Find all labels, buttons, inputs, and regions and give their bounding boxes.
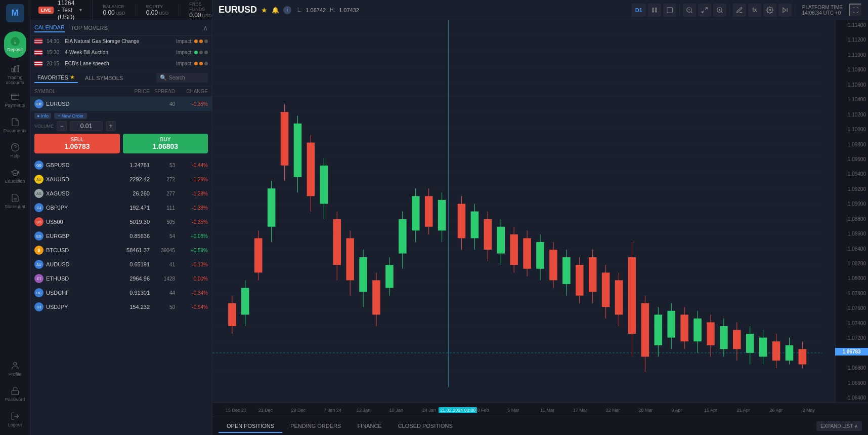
- buy-button[interactable]: BUY 1.06803: [123, 134, 208, 153]
- symbol-row-us500[interactable]: US US500 5019.30 505 -0.35%: [30, 215, 212, 229]
- svg-rect-77: [359, 257, 367, 292]
- sidebar-item-help[interactable]: Help: [2, 139, 28, 162]
- zoom-fit-button[interactable]: [698, 4, 711, 17]
- us-flag-icon: [34, 38, 42, 44]
- draw-pen-button[interactable]: [733, 4, 746, 17]
- symbol-row-audusd[interactable]: AU AUDUSD 0.65191 41 -0.13%: [30, 257, 212, 271]
- chart-candles-button[interactable]: [648, 4, 661, 17]
- zoom-out-button[interactable]: [683, 4, 696, 17]
- eurusd-icon: EU: [34, 99, 44, 108]
- svg-rect-121: [655, 314, 663, 345]
- event-time-1: 15:30: [47, 50, 61, 55]
- symbol-row-xagusd[interactable]: AG XAGUSD 26.260 277 -1.28%: [30, 186, 212, 201]
- impact-dot-1: [194, 51, 198, 54]
- eurgbp-spread: 54: [150, 233, 175, 239]
- sidebar-item-logout[interactable]: Logout: [2, 408, 28, 431]
- svg-rect-133: [733, 330, 741, 349]
- gbpjpy-name: GBPJPY: [46, 205, 68, 211]
- eurusd-trade-widget: ● Info + New Order VOLUME − + SELL 1.067…: [30, 111, 212, 157]
- svg-rect-105: [549, 250, 557, 280]
- account-chevron-icon[interactable]: ▾: [79, 7, 82, 13]
- event-name-2: ECB's Lane speech: [65, 61, 172, 66]
- forward-button[interactable]: [778, 4, 792, 17]
- symbol-row-gbpusd[interactable]: GB GBPUSD 1.24781 53 -0.44%: [30, 158, 212, 172]
- pending-orders-tab[interactable]: PENDING ORDERS: [282, 420, 349, 433]
- chart-expand-button[interactable]: ⛶: [849, 4, 862, 17]
- finance-tab[interactable]: FINANCE: [349, 420, 389, 433]
- sidebar-item-education[interactable]: Education: [2, 164, 28, 187]
- calendar-collapse-button[interactable]: ∧: [203, 24, 208, 32]
- xagusd-price: 26.260: [109, 190, 150, 196]
- deposit-button[interactable]: ↓ Deposit: [4, 31, 26, 58]
- symbol-row-eurgbp[interactable]: EG EURGBP 0.85636 54 +0.08%: [30, 229, 212, 243]
- us500-name: US500: [46, 219, 63, 225]
- calendar-tab[interactable]: CALENDAR: [34, 23, 65, 32]
- sidebar-item-profile[interactable]: Profile: [2, 357, 28, 380]
- sidebar-item-payments[interactable]: Payments: [2, 88, 28, 111]
- svg-rect-109: [576, 265, 584, 295]
- svg-rect-139: [772, 341, 780, 361]
- btcusd-icon: ₿: [34, 246, 44, 255]
- sidebar-item-trading-accounts[interactable]: Trading accounts: [2, 63, 28, 86]
- xauusd-spread: 272: [150, 177, 175, 182]
- volume-input[interactable]: [70, 121, 103, 131]
- svg-rect-103: [536, 242, 544, 269]
- symbol-row-btcusd[interactable]: ₿ BTCUSD 58461.37 39045 +0.59%: [30, 243, 212, 257]
- deposit-label: Deposit: [7, 47, 23, 52]
- volume-decrease-button[interactable]: −: [57, 121, 67, 131]
- left-sidebar: M ↓ Deposit Trading accounts Payments Do…: [0, 0, 30, 435]
- us500-change: -0.35%: [175, 219, 208, 225]
- chart-rect-button[interactable]: [663, 4, 676, 17]
- audusd-icon: AU: [34, 260, 44, 269]
- live-badge: LIVE: [38, 7, 54, 14]
- deposit-icon: ↓: [11, 37, 20, 46]
- svg-line-24: [721, 11, 723, 13]
- svg-marker-28: [783, 8, 786, 12]
- time-label-jan24: 24 Jan: [422, 408, 436, 413]
- symbol-row-usdchf[interactable]: UC USDCHF 0.91301 44 -0.34%: [30, 286, 212, 300]
- eurusd-change: -0.35%: [175, 101, 208, 107]
- time-label-may2: 2 May: [802, 408, 815, 413]
- zoom-in-button[interactable]: [713, 4, 726, 17]
- sell-button[interactable]: SELL 1.06783: [34, 134, 120, 153]
- volume-increase-button[interactable]: +: [106, 121, 116, 131]
- chart-canvas[interactable]: 1.11400 1.11200 1.11000 1.10800 1.10600 …: [212, 20, 868, 403]
- svg-rect-101: [523, 238, 531, 268]
- chart-favorite-icon[interactable]: ★: [261, 6, 268, 14]
- symbol-search-box[interactable]: 🔍: [156, 73, 208, 83]
- settings-button[interactable]: [763, 4, 776, 17]
- symbol-row-main-eurusd[interactable]: EU EURUSD 40 -0.35%: [30, 97, 212, 111]
- all-symbols-tab[interactable]: ALL SYMBOLS: [82, 73, 126, 83]
- eurusd-info-button[interactable]: ● Info: [34, 113, 51, 119]
- new-order-button[interactable]: + New Order: [54, 113, 87, 119]
- usdchf-price: 0.91301: [109, 290, 150, 296]
- chart-alert-icon[interactable]: 🔔: [272, 7, 279, 14]
- closed-positions-tab[interactable]: CLOSED POSITIONS: [390, 420, 461, 433]
- fx-button[interactable]: fx: [748, 4, 761, 17]
- svg-rect-2: [17, 65, 18, 72]
- symbol-row-usdjpy[interactable]: UJ USDJPY 154.232 50 -0.94%: [30, 300, 212, 314]
- time-label-jan18: 18 Jan: [389, 408, 403, 413]
- impact-dot-2: [199, 62, 203, 65]
- chart-info-icon[interactable]: i: [283, 6, 291, 14]
- symbol-row-ethusd[interactable]: ET ETHUSD 2964.96 1428 0.00%: [30, 271, 212, 286]
- open-positions-tab[interactable]: OPEN POSITIONS: [219, 420, 282, 433]
- symbol-row-xauusd[interactable]: AU XAUUSD 2292.42 272 -1.29%: [30, 172, 212, 186]
- sidebar-item-statement[interactable]: Statement: [2, 189, 28, 213]
- time-label-mar11: 11 Mar: [540, 408, 554, 413]
- top-movers-tab[interactable]: TOP MOVERS: [71, 24, 108, 32]
- xagusd-spread: 277: [150, 191, 175, 196]
- symbol-row-gbpjpy[interactable]: GJ GBPJPY 192.471 111 -1.38%: [30, 201, 212, 215]
- timeframe-d1-button[interactable]: D1: [632, 4, 646, 17]
- sidebar-item-documents[interactable]: Documents: [2, 113, 28, 137]
- time-label-dec15: 15 Dec 23: [226, 408, 246, 413]
- help-icon: [11, 143, 20, 152]
- gbpusd-change: -0.44%: [175, 163, 208, 168]
- pen-icon: [736, 7, 743, 14]
- symbol-search-input[interactable]: [169, 75, 204, 81]
- expand-list-button[interactable]: EXPAND LIST ∧: [816, 421, 862, 431]
- sidebar-item-password[interactable]: Password: [2, 382, 28, 406]
- favorites-tab[interactable]: FAVORITES ★: [34, 72, 78, 83]
- chart-header: EURUSD ★ 🔔 i L: 1.06742 H: 1.07432 D1: [212, 0, 868, 20]
- sidebar-item-label: Statement: [5, 204, 25, 209]
